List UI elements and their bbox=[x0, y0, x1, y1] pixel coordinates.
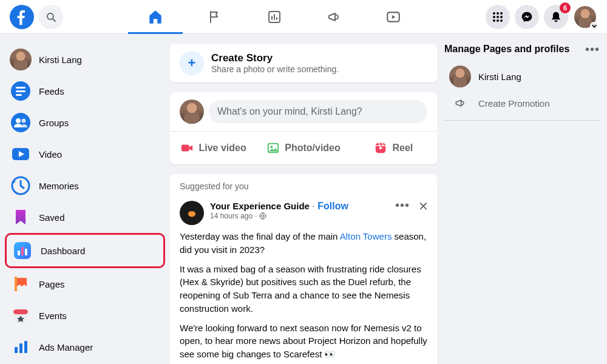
managed-profile-name: Kirsti Lang bbox=[478, 72, 521, 82]
svg-point-9 bbox=[497, 16, 499, 18]
svg-point-10 bbox=[500, 16, 503, 18]
sidebar-item-video[interactable]: Video bbox=[5, 138, 165, 170]
post-page-name[interactable]: Your Experience Guide bbox=[210, 201, 310, 211]
megaphone-icon bbox=[449, 97, 471, 109]
sidebar-item-memories[interactable]: Memories bbox=[5, 170, 165, 201]
suggested-post-card: Suggested for you Your Experience Guide … bbox=[170, 174, 437, 364]
tab-megaphone[interactable] bbox=[307, 1, 361, 33]
sidebar-item-events[interactable]: Events bbox=[5, 300, 165, 331]
live-video-button[interactable]: Live video bbox=[174, 135, 253, 161]
ads-icon bbox=[10, 336, 32, 358]
composer-avatar[interactable] bbox=[180, 99, 204, 124]
tab-home[interactable] bbox=[128, 1, 183, 33]
messenger-button[interactable] bbox=[515, 5, 539, 29]
search-icon bbox=[46, 12, 56, 22]
chevron-down-icon bbox=[590, 22, 599, 30]
divider bbox=[444, 120, 600, 121]
live-video-label: Live video bbox=[198, 143, 246, 153]
video-icon bbox=[10, 143, 32, 165]
memories-icon bbox=[10, 175, 32, 197]
bell-icon bbox=[550, 11, 562, 23]
left-sidebar: Kirsti Lang Feeds Groups Video Memories … bbox=[0, 34, 170, 364]
svg-rect-16 bbox=[16, 90, 25, 92]
notifications-button[interactable]: 6 bbox=[544, 5, 568, 29]
sidebar-profile[interactable]: Kirsti Lang bbox=[5, 44, 165, 75]
svg-point-8 bbox=[493, 16, 495, 18]
sidebar-item-label: Memories bbox=[39, 181, 79, 191]
svg-point-7 bbox=[500, 12, 503, 15]
svg-rect-31 bbox=[19, 343, 22, 353]
sidebar-item-label: Pages bbox=[39, 279, 65, 289]
create-story-title: Create Story bbox=[211, 52, 339, 64]
right-panel: Manage Pages and profiles ••• Kirsti Lan… bbox=[437, 34, 607, 364]
sidebar-item-groups[interactable]: Groups bbox=[5, 107, 165, 138]
follow-link[interactable]: Follow bbox=[317, 201, 348, 211]
post-header: Your Experience Guide · Follow 14 hours … bbox=[170, 194, 437, 230]
svg-rect-24 bbox=[18, 251, 20, 255]
sidebar-item-dashboard[interactable]: Dashboard bbox=[5, 233, 165, 268]
post-time: 14 hours ago bbox=[210, 212, 253, 220]
sidebar-item-saved[interactable]: Saved bbox=[5, 201, 165, 233]
grid-icon bbox=[492, 11, 504, 23]
messenger-icon bbox=[521, 11, 533, 23]
manage-pages-title: Manage Pages and profiles bbox=[444, 44, 569, 55]
photo-video-label: Photo/video bbox=[285, 143, 341, 153]
svg-rect-33 bbox=[181, 145, 189, 152]
photo-icon bbox=[266, 141, 280, 155]
globe-icon bbox=[259, 212, 266, 220]
sidebar-item-pages[interactable]: Pages bbox=[5, 268, 165, 300]
home-icon bbox=[148, 9, 163, 25]
megaphone-icon bbox=[327, 10, 341, 24]
sidebar-item-label: Saved bbox=[39, 212, 65, 223]
account-menu[interactable] bbox=[573, 5, 597, 29]
svg-point-41 bbox=[189, 211, 191, 213]
reel-label: Reel bbox=[392, 143, 413, 153]
svg-point-13 bbox=[500, 19, 503, 22]
composer-input[interactable]: What's on your mind, Kirsti Lang? bbox=[209, 100, 427, 123]
events-icon bbox=[10, 305, 32, 326]
create-promotion-button[interactable]: Create Promotion bbox=[444, 92, 600, 114]
svg-point-12 bbox=[497, 19, 499, 22]
tab-flag[interactable] bbox=[188, 1, 242, 33]
sidebar-item-label: Video bbox=[39, 149, 62, 160]
svg-rect-32 bbox=[24, 341, 27, 353]
svg-rect-25 bbox=[21, 247, 24, 255]
groups-icon bbox=[10, 112, 32, 133]
menu-button[interactable] bbox=[486, 5, 510, 29]
post-close-button[interactable]: ✕ bbox=[418, 202, 429, 211]
tab-stats[interactable] bbox=[247, 1, 302, 33]
post-menu-button[interactable]: ••• bbox=[395, 202, 410, 211]
photo-video-button[interactable]: Photo/video bbox=[260, 135, 347, 161]
sidebar-item-label: Events bbox=[39, 311, 67, 321]
managed-profile[interactable]: Kirsti Lang bbox=[444, 61, 600, 92]
plus-icon: + bbox=[180, 51, 204, 75]
alton-towers-link[interactable]: Alton Towers bbox=[340, 231, 392, 241]
svg-rect-30 bbox=[15, 347, 18, 353]
facebook-logo[interactable] bbox=[10, 5, 34, 29]
create-promotion-label: Create Promotion bbox=[478, 98, 550, 109]
main-feed: + Create Story Share a photo or write so… bbox=[170, 34, 437, 364]
managed-profile-avatar bbox=[449, 66, 471, 87]
svg-rect-26 bbox=[25, 249, 27, 255]
notification-badge: 6 bbox=[560, 2, 571, 13]
svg-rect-17 bbox=[16, 94, 22, 96]
reel-button[interactable]: Reel bbox=[354, 135, 433, 161]
feeds-icon bbox=[10, 80, 32, 102]
sidebar-item-label: Ads Manager bbox=[39, 342, 93, 352]
tab-video[interactable] bbox=[366, 1, 421, 33]
manage-pages-menu[interactable]: ••• bbox=[585, 46, 600, 52]
svg-point-35 bbox=[271, 146, 273, 148]
video-screen-icon bbox=[385, 9, 401, 25]
post-page-avatar[interactable] bbox=[180, 201, 204, 225]
sidebar-item-ads[interactable]: Ads Manager bbox=[5, 331, 165, 363]
live-video-icon bbox=[180, 141, 194, 155]
search-button[interactable] bbox=[39, 5, 63, 29]
sidebar-item-feeds[interactable]: Feeds bbox=[5, 75, 165, 107]
create-story-card[interactable]: + Create Story Share a photo or write so… bbox=[170, 44, 437, 83]
profile-avatar bbox=[10, 49, 32, 70]
svg-point-11 bbox=[493, 19, 495, 22]
top-bar: 6 bbox=[0, 0, 607, 34]
svg-line-2 bbox=[53, 19, 55, 21]
svg-rect-15 bbox=[16, 87, 25, 89]
svg-point-42 bbox=[193, 211, 195, 213]
